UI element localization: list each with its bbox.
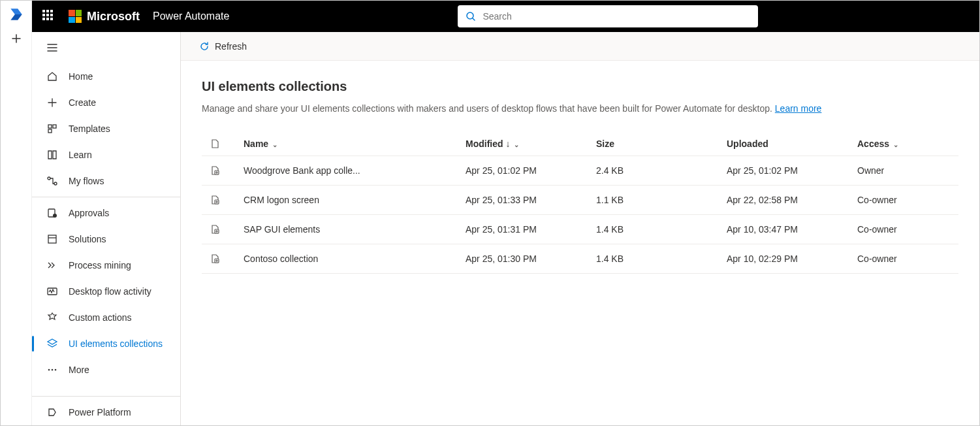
collection-icon xyxy=(210,195,228,205)
cell-uploaded: Apr 10, 02:29 PM xyxy=(719,244,849,274)
plus-icon xyxy=(46,97,58,108)
sidebar-item-solutions[interactable]: Solutions xyxy=(32,226,180,252)
table-row[interactable]: Woodgrove Bank app colle...Apr 25, 01:02… xyxy=(202,156,958,186)
cell-access: Co-owner xyxy=(849,186,958,215)
more-icon xyxy=(46,364,58,376)
collection-icon xyxy=(210,254,228,264)
cell-uploaded: Apr 22, 02:58 PM xyxy=(719,186,849,215)
page-description: Manage and share your UI elements collec… xyxy=(202,103,958,114)
column-header-icon[interactable] xyxy=(202,132,236,156)
learn-more-link[interactable]: Learn more xyxy=(775,103,822,114)
svg-rect-4 xyxy=(48,129,52,133)
approvals-icon xyxy=(46,207,58,219)
sidebar-item-label: Create xyxy=(69,97,96,108)
svg-rect-2 xyxy=(48,125,52,128)
cell-access: Owner xyxy=(849,156,958,186)
table-row[interactable]: Contoso collectionApr 25, 01:30 PM1.4 KB… xyxy=(202,244,958,274)
sidebar-item-label: Learn xyxy=(69,150,92,160)
sidebar-item-custom-actions[interactable]: Custom actions xyxy=(32,304,180,331)
cell-name: SAP GUI elements xyxy=(236,215,458,244)
sidebar-item-label: Power Platform xyxy=(69,407,131,418)
cell-uploaded: Apr 10, 03:47 PM xyxy=(719,215,849,244)
sidebar-item-learn[interactable]: Learn xyxy=(32,142,180,168)
sidebar-item-label: UI elements collections xyxy=(69,338,163,349)
cell-name: CRM logon screen xyxy=(236,186,458,215)
cell-name: Woodgrove Bank app colle... xyxy=(236,156,458,186)
cell-size: 2.4 KB xyxy=(588,156,719,186)
sidebar-item-home[interactable]: Home xyxy=(32,63,180,90)
column-header-name[interactable]: Name⌄ xyxy=(236,132,458,156)
refresh-button[interactable]: Refresh xyxy=(194,37,252,56)
layers-icon xyxy=(46,338,58,350)
table-row[interactable]: CRM logon screenApr 25, 01:33 PM1.1 KBAp… xyxy=(202,186,958,215)
svg-point-8 xyxy=(53,214,57,218)
refresh-icon xyxy=(199,41,210,52)
flow-icon xyxy=(46,175,58,187)
add-tab-icon[interactable] xyxy=(11,33,22,44)
sidebar-item-ui-elements-collections[interactable]: UI elements collections xyxy=(32,331,180,357)
file-icon xyxy=(210,139,228,149)
refresh-label: Refresh xyxy=(215,41,247,52)
cell-uploaded: Apr 25, 01:02 PM xyxy=(719,156,849,186)
cell-size: 1.1 KB xyxy=(588,186,719,215)
microsoft-logo-icon xyxy=(69,10,82,23)
home-icon xyxy=(46,71,58,82)
collection-icon xyxy=(210,224,228,235)
svg-point-12 xyxy=(52,369,54,371)
chevron-down-icon: ⌄ xyxy=(893,141,898,148)
sidebar-item-desktop-flow-activity[interactable]: Desktop flow activity xyxy=(32,278,180,304)
collections-table: Name⌄ Modified ↓⌄ Size Uploaded Access⌄ xyxy=(202,132,958,274)
command-bar: Refresh xyxy=(181,32,979,61)
chevron-down-icon: ⌄ xyxy=(514,141,519,148)
sidebar-item-label: Custom actions xyxy=(69,312,131,323)
sidebar-item-more[interactable]: More xyxy=(32,357,180,383)
cell-modified: Apr 25, 01:02 PM xyxy=(458,156,588,186)
sidebar-item-approvals[interactable]: Approvals xyxy=(32,200,180,226)
sidebar-item-label: Desktop flow activity xyxy=(69,286,151,297)
search-input[interactable] xyxy=(482,11,750,22)
column-header-uploaded[interactable]: Uploaded xyxy=(719,132,849,156)
cell-size: 1.4 KB xyxy=(588,215,719,244)
cell-access: Co-owner xyxy=(849,244,958,274)
power-automate-app-icon[interactable] xyxy=(7,5,26,24)
sidebar-item-label: Home xyxy=(69,71,93,82)
cell-name: Contoso collection xyxy=(236,244,458,274)
column-header-modified[interactable]: Modified ↓⌄ xyxy=(458,132,588,156)
page-title: UI elements collections xyxy=(202,79,958,94)
sidebar-item-label: More xyxy=(69,365,89,375)
cell-modified: Apr 25, 01:33 PM xyxy=(458,186,588,215)
svg-line-1 xyxy=(473,18,475,20)
column-header-access[interactable]: Access⌄ xyxy=(849,132,958,156)
brand-label: Microsoft xyxy=(87,10,140,24)
svg-rect-3 xyxy=(53,125,56,128)
collection-icon xyxy=(210,165,228,176)
app-launcher-icon[interactable] xyxy=(42,10,55,23)
sidebar-item-label: Templates xyxy=(69,123,110,134)
microsoft-logo: Microsoft xyxy=(69,10,140,24)
power-platform-icon xyxy=(46,406,58,418)
sidebar-item-my-flows[interactable]: My flows xyxy=(32,168,180,194)
search-icon xyxy=(466,11,476,22)
templates-icon xyxy=(46,123,58,135)
svg-point-5 xyxy=(48,177,50,180)
process-mining-icon xyxy=(46,259,58,271)
cell-modified: Apr 25, 01:30 PM xyxy=(458,244,588,274)
sidebar-item-power-platform[interactable]: Power Platform xyxy=(32,399,180,425)
svg-rect-9 xyxy=(48,235,56,243)
search-box[interactable] xyxy=(458,5,758,27)
hamburger-icon[interactable] xyxy=(46,42,58,54)
sidebar-item-label: Process mining xyxy=(69,260,131,270)
sidebar-item-create[interactable]: Create xyxy=(32,90,180,116)
sidebar-item-templates[interactable]: Templates xyxy=(32,116,180,142)
product-name[interactable]: Power Automate xyxy=(153,10,229,22)
cell-modified: Apr 25, 01:31 PM xyxy=(458,215,588,244)
left-rail xyxy=(1,1,32,425)
column-header-size[interactable]: Size xyxy=(588,132,719,156)
sidebar-item-process-mining[interactable]: Process mining xyxy=(32,252,180,278)
table-row[interactable]: SAP GUI elementsApr 25, 01:31 PM1.4 KBAp… xyxy=(202,215,958,244)
svg-point-11 xyxy=(48,369,50,371)
activity-icon xyxy=(46,286,58,297)
sidebar: Home Create Templates Learn My flows xyxy=(32,32,181,425)
sidebar-item-label: Solutions xyxy=(69,234,106,244)
cell-access: Co-owner xyxy=(849,215,958,244)
